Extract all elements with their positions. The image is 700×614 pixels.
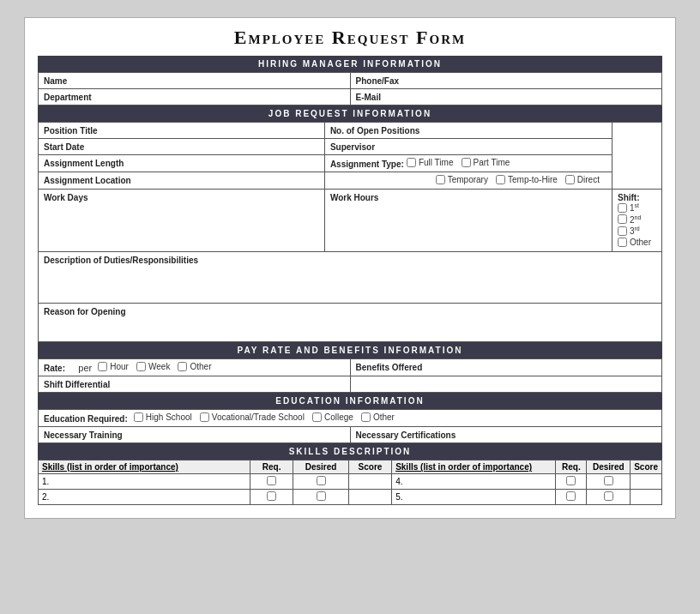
position-title-label: Position Title	[44, 126, 98, 135]
high-school-option[interactable]: High School	[134, 412, 192, 422]
skills-row-1: 1. 4.	[39, 473, 662, 489]
start-date-label: Start Date	[44, 142, 84, 152]
temp-to-hire-option[interactable]: Temp-to-Hire	[496, 175, 558, 184]
shift-1-checkbox[interactable]	[618, 203, 627, 213]
skill-4-right: 4.	[392, 473, 556, 489]
education-header: Education Information	[38, 393, 662, 409]
shift-diff-label: Shift Differential	[44, 380, 110, 389]
assignment-length-label: Assignment Length	[44, 159, 124, 168]
per-label: per	[78, 363, 92, 373]
skill-1-left: 1.	[39, 473, 250, 489]
benefits-label: Benefits Offered	[356, 363, 423, 372]
hour-option[interactable]: Hour	[98, 362, 129, 371]
skill-4-req-right[interactable]	[566, 476, 576, 485]
work-days-label: Work Days	[44, 193, 88, 202]
shift-other-checkbox[interactable]	[618, 238, 627, 247]
other-edu-option[interactable]: Other	[361, 412, 395, 422]
skill-5-req-right[interactable]	[566, 491, 576, 501]
vocational-option[interactable]: Vocational/Trade School	[200, 412, 305, 422]
department-label: Department	[44, 93, 92, 102]
full-time-option[interactable]: Full Time	[407, 158, 454, 167]
shift-other-option[interactable]: Other	[618, 238, 651, 247]
other-edu-checkbox[interactable]	[361, 412, 371, 422]
direct-option[interactable]: Direct	[565, 175, 600, 184]
duties-label: Description of Duties/Responsibilities	[44, 256, 198, 265]
skill-4-desired-right[interactable]	[604, 476, 613, 485]
high-school-checkbox[interactable]	[134, 412, 143, 422]
temp-to-hire-checkbox[interactable]	[496, 175, 505, 184]
vocational-checkbox[interactable]	[200, 412, 209, 422]
form-container: Employee Request Form Hiring Manager Inf…	[24, 17, 676, 519]
skills-row-2: 2. 5.	[39, 489, 662, 504]
skill-2-left: 2.	[39, 489, 250, 504]
skill-1-req-left[interactable]	[267, 476, 276, 485]
supervisor-label: Supervisor	[330, 142, 375, 152]
necessary-certs-label: Necessary Certifications	[356, 430, 456, 440]
desired-col-right: Desired	[587, 460, 631, 473]
hiring-manager-header: Hiring Manager Information	[38, 56, 662, 72]
req-col-right: Req.	[556, 460, 587, 473]
assignment-type-label: Assignment Type:	[330, 160, 404, 169]
other-rate-option[interactable]: Other	[178, 362, 211, 371]
score-col-left: Score	[348, 460, 391, 473]
hour-checkbox[interactable]	[98, 362, 107, 371]
shift-label: Shift:	[618, 193, 640, 202]
open-positions-label: No. of Open Positions	[330, 126, 419, 135]
college-option[interactable]: College	[312, 412, 353, 422]
part-time-option[interactable]: Part Time	[462, 158, 510, 167]
email-label: E-Mail	[356, 93, 381, 102]
job-request-header: Job Request Information	[38, 105, 662, 122]
skills-col-label-right: Skills (list in order of importance)	[392, 460, 556, 473]
college-checkbox[interactable]	[312, 412, 322, 422]
necessary-training-label: Necessary Training	[44, 430, 123, 440]
full-time-checkbox[interactable]	[407, 158, 416, 167]
pay-rate-header: Pay Rate and Benefits Information	[38, 342, 662, 358]
temporary-checkbox[interactable]	[436, 175, 445, 184]
desired-col-left: Desired	[293, 460, 349, 473]
week-option[interactable]: Week	[136, 362, 170, 371]
temporary-option[interactable]: Temporary	[436, 175, 488, 184]
skill-2-req-left[interactable]	[267, 491, 276, 501]
week-checkbox[interactable]	[136, 362, 146, 371]
rate-label: Rate:	[44, 364, 65, 373]
direct-checkbox[interactable]	[565, 175, 575, 184]
name-label: Name	[44, 76, 67, 86]
req-col-left: Req.	[250, 460, 293, 473]
shift-3-option[interactable]: 3rd	[618, 226, 640, 236]
skills-col-label-left: Skills (list in order of importance)	[39, 460, 250, 473]
assignment-location-label: Assignment Location	[44, 176, 131, 185]
skills-header: Skills Description	[38, 443, 662, 460]
phone-label: Phone/Fax	[356, 76, 400, 86]
shift-3-checkbox[interactable]	[618, 226, 627, 236]
shift-2-checkbox[interactable]	[618, 214, 627, 224]
skill-1-desired-left[interactable]	[317, 476, 326, 485]
work-hours-label: Work Hours	[330, 193, 379, 202]
education-required-label: Education Required:	[44, 414, 128, 424]
skill-2-desired-left[interactable]	[317, 491, 326, 501]
part-time-checkbox[interactable]	[462, 158, 471, 167]
shift-2-option[interactable]: 2nd	[618, 214, 641, 225]
shift-1-option[interactable]: 1st	[618, 202, 639, 213]
reason-label: Reason for Opening	[44, 307, 126, 316]
skill-5-right: 5.	[392, 489, 556, 504]
skill-5-desired-right[interactable]	[604, 491, 613, 501]
page-title: Employee Request Form	[38, 27, 662, 49]
other-rate-checkbox[interactable]	[178, 362, 187, 371]
score-col-right: Score	[631, 460, 662, 473]
